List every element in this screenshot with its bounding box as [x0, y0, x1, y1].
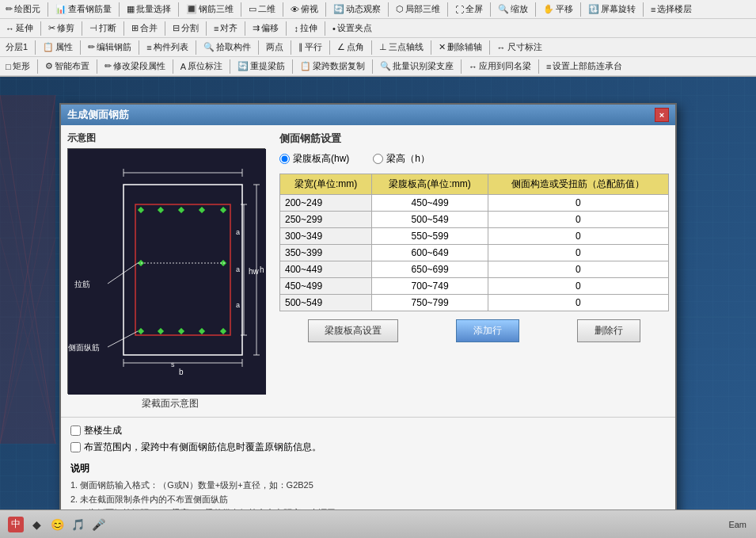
- toolbar-btn-drawing[interactable]: ✏ 绘图元: [3, 2, 43, 16]
- table-row[interactable]: 400~449650~6990: [280, 261, 669, 278]
- note-line-2: 2. 未在截面限制条件内的不布置侧面纵筋: [70, 493, 666, 507]
- toolbar-btn-trim[interactable]: ✂ 修剪: [46, 21, 77, 35]
- sep: [325, 2, 326, 17]
- svg-text:h: h: [260, 265, 264, 274]
- sep: [447, 2, 448, 17]
- toolbar-btn-break[interactable]: ⊣ 打断: [87, 21, 119, 35]
- toolbar-btn-stretch[interactable]: ↕ 拉伸: [291, 21, 320, 35]
- tray-icon-zhong[interactable]: 中: [8, 517, 24, 532]
- diagram-title: 梁截面示意图: [67, 397, 273, 410]
- toolbar-btn-dimension[interactable]: ↔ 尺寸标注: [495, 40, 545, 54]
- rebar-table: 梁宽(单位:mm) 梁腹板高(单位:mm) 侧面构造或受扭筋（总配筋值） 200…: [279, 174, 669, 311]
- toolbar-row-2: ↔ 延伸 ✂ 修剪 ⊣ 打断 ⊞ 合并 ⊟ 分割 ≡ 对齐 ⇉ 偏移 ↕ 拉伸 …: [0, 19, 756, 38]
- toolbar-btn-component-list[interactable]: ≡ 构件列表: [144, 40, 190, 54]
- table-cell-3-2[interactable]: 0: [488, 245, 668, 261]
- toolbar-btn-split[interactable]: ⊟ 分割: [170, 21, 201, 35]
- table-row[interactable]: 250~299500~5490: [280, 212, 669, 228]
- table-cell-1-0[interactable]: 250~299: [280, 212, 372, 228]
- table-cell-3-1[interactable]: 600~649: [372, 245, 488, 261]
- toolbar-btn-layer[interactable]: 分层1: [3, 40, 30, 54]
- toolbar-btn-parallel[interactable]: ∥ 平行: [296, 40, 325, 54]
- diagram-section-label: 示意图: [67, 132, 273, 145]
- toolbar-btn-top-view[interactable]: 👁 俯视: [288, 2, 321, 16]
- note-title: 说明: [70, 462, 666, 475]
- sep: [489, 40, 490, 55]
- toolbar-btn-merge[interactable]: ⊞ 合并: [129, 21, 160, 35]
- dialog-body: 示意图: [61, 125, 675, 417]
- table-row[interactable]: 200~249450~4990: [280, 195, 669, 212]
- toolbar-btn-2d[interactable]: ▭ 二维: [246, 2, 278, 16]
- toolbar-btn-select-floor[interactable]: ≡ 选择楼层: [648, 2, 694, 16]
- table-cell-4-0[interactable]: 400~449: [280, 261, 372, 278]
- toolbar-btn-pick-component[interactable]: 🔍 拾取构件: [201, 40, 253, 54]
- table-row[interactable]: 500~549750~7990: [280, 295, 669, 311]
- toolbar-btn-batch-identify[interactable]: 🔍 批量识别梁支座: [378, 59, 456, 73]
- toolbar-btn-3point-axis[interactable]: ⊥ 三点轴线: [377, 40, 426, 54]
- table-cell-5-1[interactable]: 700~749: [372, 278, 488, 295]
- dialog-close-button[interactable]: ×: [655, 108, 669, 122]
- toolbar-btn-rebar-3d[interactable]: 🔳 钢筋三维: [184, 2, 236, 16]
- sep: [372, 59, 373, 74]
- table-cell-2-2[interactable]: 0: [488, 228, 668, 245]
- table-cell-0-0[interactable]: 200~249: [280, 195, 372, 212]
- toolbar-btn-extend[interactable]: ↔ 延伸: [3, 21, 36, 35]
- table-row[interactable]: 450~499700~7490: [280, 278, 669, 295]
- table-cell-4-2[interactable]: 0: [488, 261, 668, 278]
- toolbar-btn-rectangle[interactable]: □ 矩形: [3, 59, 32, 73]
- tray-icon-music: 🎵: [70, 517, 85, 532]
- toolbar-btn-apply-same-beam[interactable]: ↔ 应用到同名梁: [466, 59, 534, 73]
- sep: [461, 59, 462, 74]
- toolbar-btn-grip[interactable]: • 设置夹点: [330, 21, 374, 35]
- toolbar-btn-re-extract[interactable]: 🔄 重提梁筋: [235, 59, 287, 73]
- table-cell-6-2[interactable]: 0: [488, 295, 668, 311]
- add-row-button[interactable]: 添加行: [456, 319, 519, 342]
- radio-hw[interactable]: 梁腹板高(hw): [279, 152, 349, 166]
- table-header-beam-width: 梁宽(单位:mm): [280, 174, 372, 195]
- toolbar-btn-copy-span[interactable]: 📋 梁跨数据复制: [298, 59, 367, 73]
- toolbar-btn-modify-beam-prop[interactable]: ✏ 修改梁段属性: [102, 59, 168, 73]
- toolbar-btn-del-axis[interactable]: ✕ 删除辅轴: [436, 40, 484, 54]
- sep: [325, 21, 325, 36]
- toolbar-btn-offset[interactable]: ⇉ 偏移: [250, 21, 281, 35]
- toolbar-btn-edit-rebar[interactable]: ✏ 编辑钢筋: [85, 40, 134, 54]
- toolbar-btn-two-point[interactable]: 两点: [264, 40, 286, 54]
- whole-floor-checkbox[interactable]: [70, 425, 81, 436]
- table-cell-3-0[interactable]: 350~399: [280, 245, 372, 261]
- toolbar-btn-zoom[interactable]: 🔍 缩放: [496, 2, 530, 16]
- table-cell-2-1[interactable]: 550~599: [372, 228, 488, 245]
- table-cell-0-1[interactable]: 450~499: [372, 195, 488, 212]
- hw-settings-button[interactable]: 梁腹板高设置: [308, 319, 398, 342]
- toolbar-btn-dynamic-obs[interactable]: 🔄 动态观察: [331, 2, 383, 16]
- toolbar-btn-set-upper-rebar[interactable]: ≡ 设置上部筋连承台: [544, 59, 625, 73]
- table-cell-1-1[interactable]: 500~549: [372, 212, 488, 228]
- table-cell-1-2[interactable]: 0: [488, 212, 668, 228]
- table-cell-6-0[interactable]: 500~549: [280, 295, 372, 311]
- delete-row-button[interactable]: 删除行: [577, 319, 640, 342]
- toolbar-btn-site-annotation[interactable]: A 原位标注: [178, 59, 225, 73]
- toolbar-btn-fullscreen[interactable]: ⛶ 全屏: [453, 2, 485, 16]
- table-cell-5-0[interactable]: 450~499: [280, 278, 372, 295]
- toolbar-btn-angle[interactable]: ∠ 点角: [335, 40, 367, 54]
- table-cell-0-2[interactable]: 0: [488, 195, 668, 212]
- override-checkbox[interactable]: [70, 442, 81, 452]
- sep: [580, 2, 581, 17]
- right-title: 侧面钢筋设置: [279, 132, 669, 146]
- table-cell-2-0[interactable]: 300~349: [280, 228, 372, 245]
- toolbar-btn-align[interactable]: ≡ 对齐: [211, 21, 240, 35]
- toolbar-btn-screen-rotate[interactable]: 🔃 屏幕旋转: [586, 2, 638, 16]
- table-row[interactable]: 300~349550~5990: [280, 228, 669, 245]
- table-cell-5-2[interactable]: 0: [488, 278, 668, 295]
- radio-h[interactable]: 梁高（h）: [373, 152, 430, 166]
- toolbar-btn-props[interactable]: 📋 属性: [40, 40, 75, 54]
- toolbar-btn-local-3d[interactable]: ⬡ 局部三维: [393, 2, 443, 16]
- sep: [245, 21, 245, 36]
- table-cell-4-1[interactable]: 650~699: [372, 261, 488, 278]
- note-line-1: 1. 侧面钢筋输入格式：（G或N）数量+级别+直径，如：G2B25: [70, 479, 666, 493]
- table-row[interactable]: 350~399600~6490: [280, 245, 669, 261]
- toolbar-btn-batch-select[interactable]: ▦ 批量选择: [124, 2, 173, 16]
- toolbar-btn-pan[interactable]: ✋ 平移: [541, 2, 576, 16]
- table-cell-6-1[interactable]: 750~799: [372, 295, 488, 311]
- toolbar-btn-rebar-qty[interactable]: 📊 查看钢筋量: [53, 2, 114, 16]
- override-row: 布置范围内，梁跨中有侧面钢筋信息时覆盖原钢筋信息。: [70, 441, 666, 454]
- toolbar-btn-smart-layout[interactable]: ⚙ 智能布置: [43, 59, 92, 73]
